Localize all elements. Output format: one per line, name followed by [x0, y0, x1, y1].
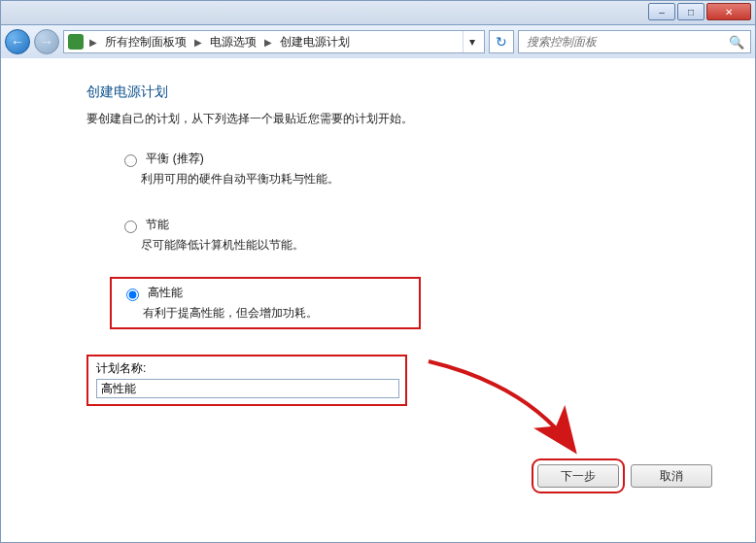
minimize-icon: –	[659, 7, 665, 17]
nav-forward-button[interactable]: →	[34, 29, 59, 54]
plan-balanced-radio[interactable]	[124, 154, 137, 167]
window-close-button[interactable]: ✕	[706, 3, 751, 20]
plan-saver-label[interactable]: 节能	[120, 218, 169, 231]
maximize-icon: □	[688, 7, 694, 17]
plan-saver-desc: 尽可能降低计算机性能以节能。	[141, 237, 708, 254]
plan-high-radio[interactable]	[126, 288, 139, 301]
footer-buttons: 下一步 取消	[537, 464, 712, 488]
arrow-left-icon: ←	[11, 34, 24, 50]
window-maximize-button[interactable]: □	[677, 3, 704, 20]
annotation-arrow	[419, 356, 594, 472]
address-bar[interactable]: ▶ 所有控制面板项 ▶ 电源选项 ▶ 创建电源计划 ▾	[63, 30, 485, 53]
breadcrumb-sep: ▶	[87, 37, 99, 48]
page-instruction: 要创建自己的计划，从下列选择一个最贴近您需要的计划开始。	[86, 111, 718, 127]
next-button[interactable]: 下一步	[537, 464, 619, 488]
address-dropdown-button[interactable]: ▾	[463, 31, 480, 52]
refresh-icon: ↻	[496, 34, 507, 50]
plan-saver-radio[interactable]	[124, 221, 137, 233]
cancel-button[interactable]: 取消	[631, 464, 712, 488]
breadcrumb-all-items[interactable]: 所有控制面板项	[103, 34, 189, 51]
breadcrumb-sep: ▶	[262, 37, 274, 48]
window-minimize-button[interactable]: –	[648, 3, 675, 20]
plan-option-balanced[interactable]: 平衡 (推荐) 利用可用的硬件自动平衡功耗与性能。	[110, 145, 718, 193]
content-area: 创建电源计划 要创建自己的计划，从下列选择一个最贴近您需要的计划开始。 平衡 (…	[0, 58, 756, 543]
page-title: 创建电源计划	[86, 84, 718, 101]
plan-balanced-name: 平衡 (推荐)	[146, 152, 203, 165]
plan-name-block: 计划名称:	[86, 355, 407, 406]
plan-high-desc: 有利于提高性能，但会增加功耗。	[143, 305, 409, 322]
breadcrumb-power-options[interactable]: 电源选项	[208, 34, 258, 51]
search-icon: 🔍	[729, 35, 744, 50]
power-options-icon	[68, 34, 84, 50]
window-titlebar: – □ ✕	[0, 0, 756, 25]
plan-balanced-label[interactable]: 平衡 (推荐)	[120, 152, 204, 165]
breadcrumb-sep: ▶	[192, 37, 204, 48]
plan-option-saver[interactable]: 节能 尽可能降低计算机性能以节能。	[110, 211, 718, 259]
plan-saver-name: 节能	[146, 218, 169, 231]
plan-high-label[interactable]: 高性能	[121, 286, 183, 299]
plan-balanced-desc: 利用可用的硬件自动平衡功耗与性能。	[141, 171, 708, 187]
refresh-button[interactable]: ↻	[489, 30, 514, 53]
nav-back-button[interactable]: ←	[5, 29, 30, 54]
navigation-bar: ← → ▶ 所有控制面板项 ▶ 电源选项 ▶ 创建电源计划 ▾ ↻ 🔍	[0, 25, 756, 58]
close-icon: ✕	[725, 7, 733, 17]
search-box[interactable]: 🔍	[518, 30, 751, 53]
plan-name-label: 计划名称:	[88, 356, 405, 379]
plan-high-name: 高性能	[148, 286, 183, 299]
chevron-down-icon: ▾	[469, 35, 475, 49]
search-input[interactable]	[525, 34, 729, 50]
breadcrumb-create-plan[interactable]: 创建电源计划	[278, 34, 352, 51]
plan-options-group: 平衡 (推荐) 利用可用的硬件自动平衡功耗与性能。 节能 尽可能降低计算机性能以…	[110, 145, 718, 329]
plan-name-input[interactable]	[96, 379, 399, 398]
plan-option-high-performance[interactable]: 高性能 有利于提高性能，但会增加功耗。	[110, 277, 421, 329]
arrow-right-icon: →	[40, 34, 53, 50]
